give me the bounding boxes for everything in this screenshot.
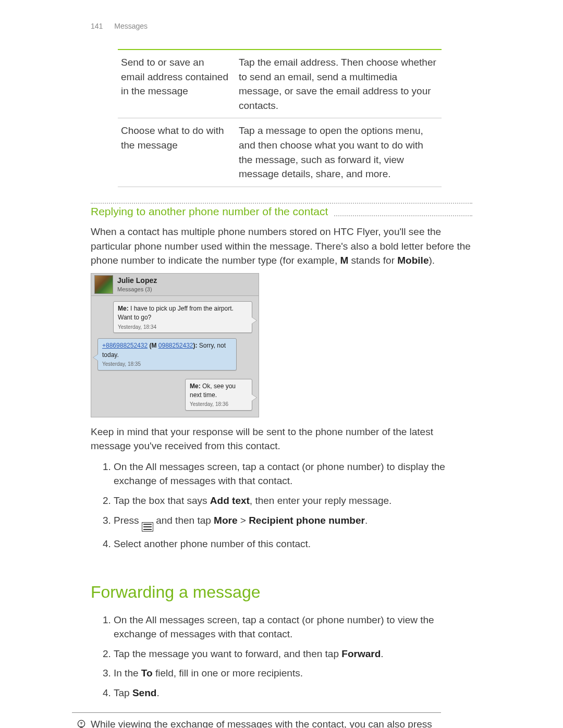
conversation-preview: Julie Lopez Messages (3) Me: I have to p… [91, 273, 259, 417]
lightbulb-icon [72, 717, 91, 728]
message-bubble-incoming: +886988252432 (M 0988252432): Sorry, not… [97, 338, 237, 370]
contact-name: Julie Lopez [117, 275, 157, 286]
message-count: Messages (3) [117, 286, 157, 294]
message-bubble-outgoing: Me: Ok, see you next time. Yesterday, 18… [185, 379, 252, 411]
subsection-title: Replying to another phone number of the … [91, 204, 333, 219]
subsection-header: Replying to another phone number of the … [91, 204, 472, 219]
tip-callout: While viewing the exchange of messages w… [72, 712, 441, 728]
section-title-forwarding: Forwarding a message [91, 580, 472, 604]
list-item: Select another phone number of this cont… [114, 537, 472, 551]
running-header: 141 Messages [91, 21, 472, 31]
list-item: Tap the box that says Add text, then ent… [114, 493, 472, 508]
section-name: Messages [114, 22, 148, 30]
phone-link: 0988252432 [158, 342, 193, 349]
table-cell-right: Tap the email address. Then choose wheth… [236, 50, 442, 118]
options-table: Send to or save an email address contain… [118, 49, 442, 187]
message-timestamp: Yesterday, 18:34 [118, 324, 248, 331]
message-timestamp: Yesterday, 18:36 [190, 401, 248, 409]
message-bubble-outgoing: Me: I have to pick up Jeff from the airp… [113, 301, 252, 333]
message-timestamp: Yesterday, 18:35 [102, 361, 232, 368]
note-paragraph: Keep in mind that your response will be … [91, 425, 472, 453]
intro-paragraph: When a contact has multiple phone number… [91, 225, 472, 268]
page-number: 141 [91, 22, 103, 30]
list-item: Tap Send. [114, 686, 472, 700]
table-row: Choose what to do with the message Tap a… [118, 118, 442, 187]
phone-link: +886988252432 [102, 342, 148, 349]
tip-text: While viewing the exchange of messages w… [91, 717, 438, 728]
reply-steps: On the All messages screen, tap a contac… [101, 460, 472, 551]
table-cell-left: Choose what to do with the message [118, 118, 236, 187]
table-cell-left: Send to or save an email address contain… [118, 50, 236, 118]
forward-steps: On the All messages screen, tap a contac… [101, 613, 472, 700]
table-cell-right: Tap a message to open the options menu, … [236, 118, 442, 187]
avatar [94, 275, 113, 294]
list-item: On the All messages screen, tap a contac… [114, 460, 472, 488]
list-item: In the To field, fill in one or more rec… [114, 666, 472, 681]
list-item: Press and then tap More > Recipient phon… [114, 513, 472, 532]
conversation-header: Julie Lopez Messages (3) [91, 274, 259, 296]
table-row: Send to or save an email address contain… [118, 50, 442, 118]
menu-icon [142, 522, 153, 532]
list-item: Tap the message you want to forward, and… [114, 647, 472, 661]
list-item: On the All messages screen, tap a contac… [114, 613, 472, 641]
